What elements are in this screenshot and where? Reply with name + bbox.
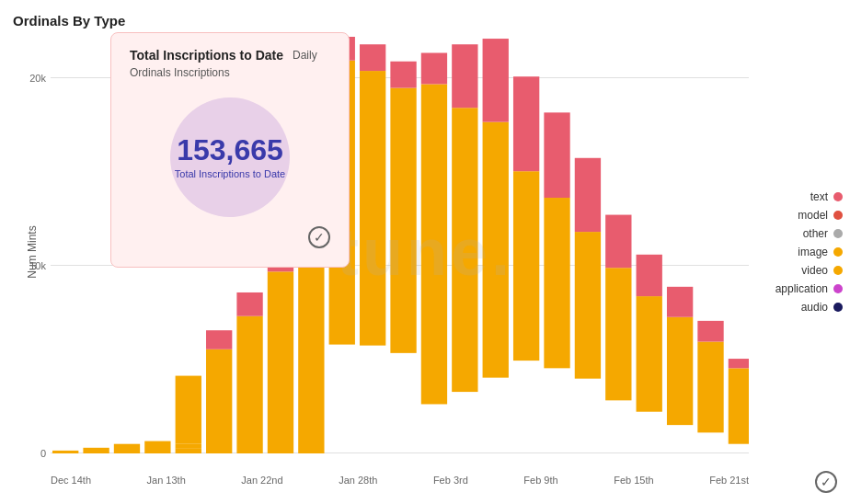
svg-rect-6 [176,376,201,444]
legend-item-text: text [775,190,843,203]
svg-rect-32 [575,158,601,232]
x-label-jan22: Jan 22nd [241,475,282,486]
tooltip-tab[interactable]: Daily [293,49,317,62]
legend-label-image: image [798,246,828,258]
legend-label-video: video [801,264,828,277]
svg-rect-0 [52,451,78,453]
x-label-feb9: Feb 9th [523,475,557,486]
svg-rect-27 [513,171,539,361]
svg-rect-38 [667,287,693,317]
svg-rect-37 [667,317,693,425]
svg-rect-4 [176,449,201,453]
svg-rect-39 [697,342,723,433]
x-label-feb15: Feb 15th [614,475,653,486]
x-label-dec14: Dec 14th [51,475,91,486]
svg-rect-1 [83,448,109,453]
y-label-0: 0 [40,448,46,459]
tooltip-title: Total Inscriptions to Date [130,48,283,63]
svg-rect-30 [544,112,569,198]
x-label-feb21: Feb 21st [709,475,749,486]
legend-label-text: text [810,190,828,203]
svg-rect-11 [268,271,293,453]
tooltip-value-label: Total Inscriptions to Date [175,167,285,180]
tooltip-header: Total Inscriptions to Date Daily [130,48,330,63]
tooltip-card: Total Inscriptions to Date Daily Ordinal… [110,32,350,268]
svg-rect-42 [729,359,749,368]
legend-dot-text [833,192,843,201]
svg-rect-22 [421,53,447,85]
svg-rect-23 [452,108,477,392]
y-label-20k: 20k [29,73,46,84]
legend: text model other image video application… [775,190,843,314]
svg-rect-3 [144,441,170,453]
svg-rect-29 [544,198,569,368]
legend-dot-image [833,247,843,257]
svg-rect-34 [605,215,631,269]
legend-dot-application [833,284,843,293]
legend-label-audio: audio [801,301,828,314]
svg-rect-35 [637,296,662,412]
svg-rect-5 [176,444,201,449]
legend-item-video: video [775,264,843,277]
svg-rect-24 [452,44,477,108]
bottom-check-icon[interactable]: ✓ [815,471,837,493]
svg-rect-18 [360,44,385,71]
svg-rect-9 [236,316,262,453]
svg-rect-33 [605,268,631,400]
legend-dot-other [833,229,843,238]
x-labels: Dec 14th Jan 13th Jan 22nd Jan 28th Feb … [51,475,749,486]
x-label-feb3: Feb 3rd [433,475,468,486]
svg-rect-40 [697,321,723,342]
svg-rect-26 [483,39,509,122]
legend-label-model: model [798,209,828,222]
svg-rect-21 [421,84,447,404]
svg-rect-7 [206,349,232,453]
y-label-10k: 10k [29,260,46,271]
legend-dot-audio [833,303,843,312]
legend-item-model: model [775,209,843,222]
x-label-jan28: Jan 28th [339,475,377,486]
svg-rect-36 [637,255,662,296]
legend-label-other: other [803,227,828,240]
x-label-jan13: Jan 13th [147,475,186,486]
svg-rect-25 [483,122,509,378]
svg-rect-19 [390,88,416,353]
svg-rect-8 [206,330,232,349]
legend-item-other: other [775,227,843,240]
legend-label-application: application [775,282,828,295]
chart-title: Ordinals By Type [13,13,125,29]
svg-rect-41 [729,368,749,443]
svg-rect-31 [575,232,601,379]
legend-item-application: application [775,282,843,295]
svg-rect-2 [114,444,140,453]
svg-rect-20 [390,62,416,88]
svg-rect-10 [236,292,262,316]
legend-dot-video [833,266,843,275]
tooltip-check-icon[interactable]: ✓ [130,226,330,248]
legend-item-audio: audio [775,301,843,314]
svg-rect-17 [360,71,385,346]
tooltip-value: 153,665 [177,133,283,167]
svg-rect-28 [513,76,539,171]
tooltip-circle: 153,665 Total Inscriptions to Date [170,97,290,217]
legend-item-image: image [775,246,843,258]
legend-dot-model [833,211,843,220]
tooltip-subtitle: Ordinals Inscriptions [130,66,330,79]
